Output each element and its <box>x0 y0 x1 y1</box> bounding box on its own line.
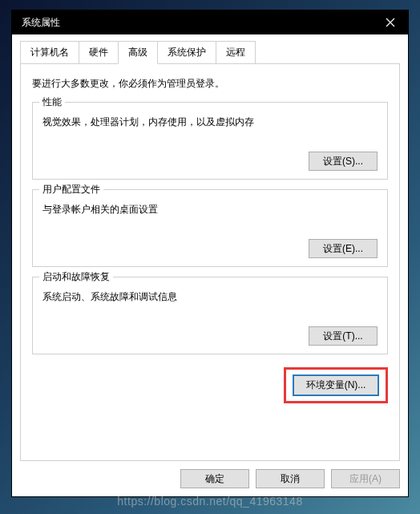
tab-advanced[interactable]: 高级 <box>118 41 158 64</box>
apply-button[interactable]: 应用(A) <box>331 469 400 488</box>
dialog-button-row: 确定 取消 应用(A) <box>20 461 400 488</box>
group-profiles-desc: 与登录帐户相关的桌面设置 <box>42 203 378 217</box>
tab-hardware[interactable]: 硬件 <box>79 41 119 63</box>
tab-system-protection[interactable]: 系统保护 <box>157 41 216 63</box>
profiles-settings-button[interactable]: 设置(E)... <box>309 239 378 258</box>
group-performance-title: 性能 <box>39 95 65 109</box>
window-content: 计算机名 硬件 高级 系统保护 远程 要进行大多数更改，你必须作为管理员登录。 … <box>12 34 408 496</box>
performance-settings-button[interactable]: 设置(S)... <box>309 152 378 171</box>
ok-button[interactable]: 确定 <box>180 469 249 488</box>
group-startup: 启动和故障恢复 系统启动、系统故障和调试信息 设置(T)... <box>32 277 388 354</box>
tab-panel-advanced: 要进行大多数更改，你必须作为管理员登录。 性能 视觉效果，处理器计划，内存使用，… <box>20 64 400 461</box>
cancel-button[interactable]: 取消 <box>256 469 325 488</box>
system-properties-window: 系统属性 计算机名 硬件 高级 系统保护 远程 要进行大多数更改，你必须作为管理… <box>11 10 409 497</box>
tab-remote[interactable]: 远程 <box>216 41 256 63</box>
group-startup-button-row: 设置(T)... <box>42 326 378 346</box>
intro-text: 要进行大多数更改，你必须作为管理员登录。 <box>32 77 388 91</box>
window-title: 系统属性 <box>22 16 60 30</box>
group-profiles-title: 用户配置文件 <box>39 183 103 196</box>
group-startup-desc: 系统启动、系统故障和调试信息 <box>42 290 378 304</box>
group-startup-title: 启动和故障恢复 <box>39 270 113 284</box>
tab-strip: 计算机名 硬件 高级 系统保护 远程 <box>20 41 400 64</box>
env-row: 环境变量(N)... <box>32 367 388 403</box>
close-button[interactable] <box>372 10 408 34</box>
close-icon <box>386 18 395 27</box>
group-profiles: 用户配置文件 与登录帐户相关的桌面设置 设置(E)... <box>32 189 388 267</box>
env-highlight-box: 环境变量(N)... <box>284 367 388 403</box>
environment-variables-button[interactable]: 环境变量(N)... <box>293 374 379 396</box>
group-performance-button-row: 设置(S)... <box>42 152 378 171</box>
tab-computer-name[interactable]: 计算机名 <box>20 41 79 63</box>
startup-settings-button[interactable]: 设置(T)... <box>309 326 378 346</box>
group-profiles-button-row: 设置(E)... <box>42 239 378 258</box>
group-performance-desc: 视觉效果，处理器计划，内存使用，以及虚拟内存 <box>42 115 378 129</box>
group-performance: 性能 视觉效果，处理器计划，内存使用，以及虚拟内存 设置(S)... <box>32 102 388 180</box>
titlebar: 系统属性 <box>12 10 408 34</box>
